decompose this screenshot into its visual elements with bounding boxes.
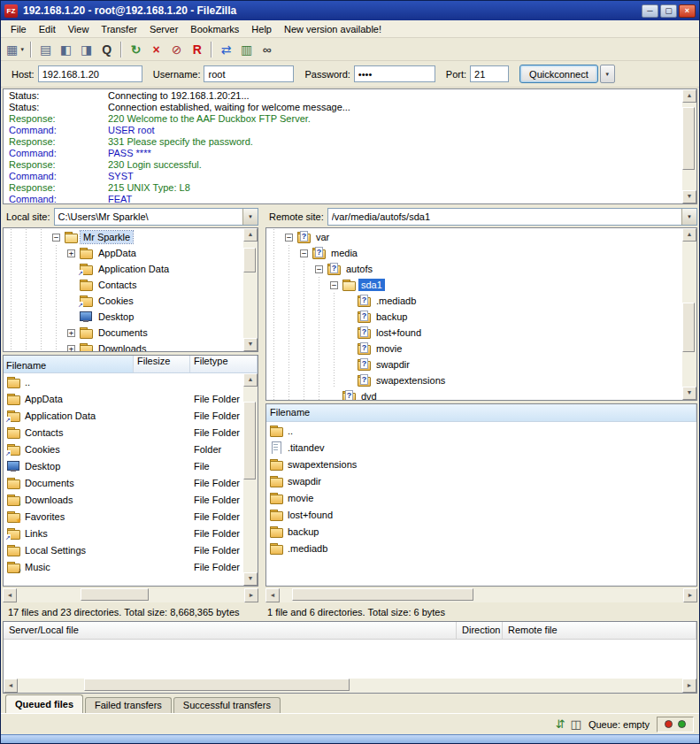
tree-item-swapextensions[interactable]: ?swapextensions [266, 372, 682, 388]
menu-item-bookmarks[interactable]: Bookmarks [184, 22, 245, 36]
toolbar-toggle-remote-tree-button[interactable]: ◨ [76, 40, 96, 59]
file-row-backup[interactable]: backup [266, 523, 696, 540]
scroll-down-button[interactable]: ▼ [243, 338, 258, 351]
queue-column-local-file[interactable]: Server/Local file [4, 622, 457, 639]
scroll-up-button[interactable]: ▲ [243, 228, 258, 242]
tree-item-movie[interactable]: ?movie [266, 341, 682, 357]
recursive-operation-icon[interactable]: ⇵ [556, 718, 565, 730]
scrollbar-thumb[interactable] [682, 107, 695, 170]
vertical-scrollbar[interactable]: ▲▼ [682, 89, 696, 203]
scrollbar-thumb[interactable] [81, 588, 149, 601]
scroll-down-button[interactable]: ▼ [682, 190, 696, 203]
menu-item-help[interactable]: Help [245, 22, 278, 36]
queue-hscroll[interactable]: ◄► [4, 679, 696, 693]
scrollbar-thumb[interactable] [243, 402, 256, 479]
toolbar-reconnect-button[interactable]: R [187, 40, 207, 59]
expander-minus-icon[interactable]: − [285, 234, 293, 242]
file-row-downloads[interactable]: ↓DownloadsFile Folder [4, 491, 243, 508]
host-input[interactable] [38, 65, 142, 82]
tab-successful-transfers[interactable]: Successful transfers [173, 697, 281, 713]
scroll-down-button[interactable]: ▼ [243, 572, 258, 586]
tree-item-cookies[interactable]: ↗Cookies [4, 293, 243, 309]
tree-item-downloads[interactable]: +↓Downloads [4, 341, 243, 351]
close-button[interactable]: × [679, 4, 696, 18]
tree-item-swapdir[interactable]: ?swapdir [266, 357, 682, 372]
local-site-input[interactable] [55, 209, 242, 225]
maximize-button[interactable]: ▢ [660, 4, 677, 18]
tree-item-mr-sparkle[interactable]: −Mr Sparkle [4, 229, 243, 245]
tree-item-backup[interactable]: ?backup [266, 309, 682, 325]
remote-hscroll[interactable]: ◄► [265, 588, 697, 602]
column-header-filename[interactable]: Filename [4, 356, 134, 372]
expander-plus-icon[interactable]: + [67, 249, 75, 257]
file-row-favorites[interactable]: ★FavoritesFile Folder [4, 508, 243, 525]
file-row-documents[interactable]: DocumentsFile Folder [4, 474, 243, 491]
scroll-right-button[interactable]: ► [682, 679, 696, 693]
toolbar-refresh-button[interactable]: ↻ [126, 40, 146, 59]
file-row-swapdir[interactable]: swapdir [266, 472, 696, 489]
tree-item-autofs[interactable]: −?autofs [266, 261, 682, 277]
scroll-up-button[interactable]: ▲ [243, 373, 258, 387]
scrollbar-thumb[interactable] [243, 248, 256, 272]
vertical-scrollbar[interactable]: ▲▼ [243, 228, 258, 351]
tab-queued-files[interactable]: Queued files [5, 694, 83, 713]
tree-item-media[interactable]: −?media [266, 245, 682, 261]
toolbar-disconnect-button[interactable]: ⊘ [166, 40, 187, 59]
tree-item-documents[interactable]: +Documents [4, 325, 243, 341]
file-row-mediadb[interactable]: .mediadb [266, 540, 696, 556]
scrollbar-thumb[interactable] [292, 588, 473, 601]
scroll-down-button[interactable]: ▼ [682, 387, 696, 400]
file-row-lost-found[interactable]: lost+found [266, 506, 696, 523]
scroll-right-button[interactable]: ► [683, 588, 697, 602]
tab-failed-transfers[interactable]: Failed transfers [85, 697, 172, 713]
scroll-left-button[interactable]: ◄ [3, 588, 17, 602]
scroll-right-button[interactable]: ► [244, 588, 258, 602]
scroll-up-button[interactable]: ▲ [682, 89, 696, 103]
file-row-music[interactable]: ♪MusicFile Folder [4, 558, 243, 575]
expander-minus-icon[interactable]: − [52, 234, 60, 242]
scroll-left-button[interactable]: ◄ [4, 679, 18, 693]
file-row-cookies[interactable]: ↗CookiesFolder [4, 441, 243, 457]
file-row-titandev[interactable]: .titandev [266, 439, 696, 456]
column-header-filename-remote[interactable]: Filename [266, 404, 696, 421]
tree-item-desktop[interactable]: Desktop [4, 309, 243, 325]
menu-item-new-version-available[interactable]: New version available! [278, 22, 388, 36]
expander-minus-icon[interactable]: − [300, 249, 308, 257]
menu-item-file[interactable]: File [4, 22, 33, 36]
column-header-filetype[interactable]: Filetype [190, 356, 258, 372]
file-row-movie[interactable]: movie [266, 489, 696, 506]
file-row-desktop[interactable]: DesktopFile [4, 457, 243, 474]
toolbar-filter-button[interactable]: ▥ [236, 40, 257, 59]
remote-site-dropdown-button[interactable]: ▼ [681, 209, 696, 225]
expander-plus-icon[interactable]: + [67, 329, 75, 337]
column-header-filesize[interactable]: Filesize [134, 356, 190, 372]
tree-item-dvd[interactable]: ?dvd [266, 388, 682, 400]
file-row-links[interactable]: ↗LinksFile Folder [4, 525, 243, 541]
minimize-button[interactable]: ─ [642, 4, 658, 18]
vertical-scrollbar[interactable]: ▲▼ [682, 228, 696, 400]
menu-item-edit[interactable]: Edit [33, 22, 62, 36]
file-row-application-data[interactable]: ↗Application DataFile Folder [4, 407, 243, 424]
port-input[interactable] [470, 65, 509, 82]
local-hscroll[interactable]: ◄► [3, 588, 258, 602]
password-input[interactable] [354, 65, 435, 82]
tree-item-mediadb[interactable]: ?.mediadb [266, 293, 682, 309]
toolbar-toggle-transfer-queue-button[interactable]: Q [96, 40, 117, 59]
tree-item-var[interactable]: −?var [266, 229, 682, 245]
toolbar-toggle-local-tree-button[interactable]: ◧ [56, 40, 76, 59]
menu-item-transfer[interactable]: Transfer [95, 22, 143, 36]
directory-comparison-icon[interactable]: ◫ [571, 718, 581, 730]
file-row-appdata[interactable]: AppDataFile Folder [4, 390, 243, 407]
local-site-dropdown-button[interactable]: ▼ [242, 209, 258, 225]
toolbar-synchronized-browsing-button[interactable]: ⇄ [216, 40, 236, 59]
file-row-local-settings[interactable]: Local SettingsFile Folder [4, 541, 243, 558]
vertical-scrollbar[interactable]: ▲▼ [243, 373, 258, 586]
scrollbar-thumb[interactable] [682, 303, 695, 352]
scrollbar-thumb[interactable] [84, 679, 350, 691]
menu-item-server[interactable]: Server [143, 22, 184, 36]
tree-item-contacts[interactable]: Contacts [4, 277, 243, 293]
queue-column-remote-file[interactable]: Remote file [503, 622, 696, 639]
quickconnect-button[interactable]: Quickconnect [519, 65, 598, 83]
toolbar-find-files-button[interactable]: ∞ [257, 40, 277, 59]
menu-item-view[interactable]: View [62, 22, 96, 36]
